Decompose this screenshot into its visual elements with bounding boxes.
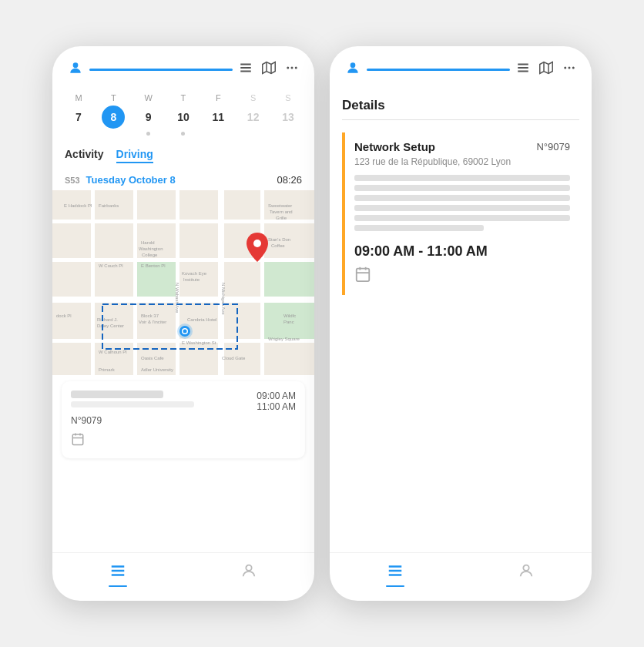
progress-bar [89, 69, 233, 71]
progress-bar-2 [367, 69, 510, 71]
svg-text:Block 37: Block 37 [141, 313, 159, 318]
person-icon[interactable] [68, 60, 83, 79]
day-tue[interactable]: T 8 [99, 93, 127, 136]
svg-text:N Wabash Ave: N Wabash Ave [175, 283, 179, 313]
card-subtitle-blurred [71, 401, 194, 407]
svg-text:Wildfc: Wildfc [283, 313, 296, 318]
card-title-section [71, 391, 194, 407]
svg-text:Sweetwater: Sweetwater [268, 203, 292, 208]
svg-point-103 [564, 67, 566, 69]
svg-rect-35 [52, 343, 91, 375]
svg-text:Stan's Don: Stan's Don [268, 237, 290, 242]
tab-activity[interactable]: Activity [65, 148, 104, 163]
svg-rect-46 [133, 190, 137, 375]
calendar: M 7 T 8 W 9 T 10 [52, 87, 314, 139]
svg-point-8 [291, 67, 293, 69]
more-icon[interactable] [285, 61, 299, 79]
svg-rect-14 [179, 190, 218, 220]
nav-list-2[interactable] [386, 562, 404, 587]
day-sun[interactable]: S 13 [274, 93, 302, 136]
detail-time-range: 09:00 AM - 11:00 AM [354, 243, 570, 260]
svg-text:Panc: Panc [283, 320, 294, 324]
map-view[interactable]: E Haddock Pl Fairbanks Sweetwater Tavern… [52, 190, 314, 375]
svg-point-113 [523, 565, 528, 571]
svg-text:Cambria Hotel: Cambria Hotel [187, 317, 216, 322]
detail-card-header: Network Setup N°9079 [354, 140, 570, 153]
svg-rect-18 [95, 223, 133, 258]
activity-time: 08:26 [277, 174, 302, 186]
day-fri[interactable]: F 11 [204, 93, 232, 136]
bottom-nav-1 [52, 552, 314, 601]
svg-text:W Couch Pl: W Couch Pl [99, 263, 123, 268]
svg-text:N Michigan Ave: N Michigan Ave [221, 283, 226, 315]
svg-text:Tavern and: Tavern and [270, 210, 293, 214]
svg-text:Wrigley Square: Wrigley Square [268, 337, 300, 341]
svg-text:Coffee: Coffee [271, 243, 285, 248]
svg-rect-40 [264, 343, 314, 375]
svg-text:E Benton Pl: E Benton Pl [141, 263, 166, 268]
top-bar-1 [52, 46, 314, 87]
map-icon-2[interactable] [539, 61, 553, 79]
blurred-content [354, 175, 570, 231]
nav-indicator-active-2 [386, 585, 404, 587]
day-wed[interactable]: W 9 [135, 93, 163, 136]
menu-icon-2[interactable] [516, 61, 530, 79]
svg-text:E Washington St: E Washington St [182, 340, 216, 345]
nav-list-1[interactable] [109, 562, 127, 587]
svg-text:W Calhoun Pl: W Calhoun Pl [99, 350, 127, 354]
svg-text:Washington: Washington [139, 246, 163, 251]
card-top: 09:00 AM 11:00 AM [71, 391, 296, 412]
svg-point-96 [351, 62, 356, 68]
svg-point-104 [569, 67, 571, 69]
svg-text:Primark: Primark [99, 367, 116, 372]
svg-point-83 [253, 240, 261, 247]
svg-marker-4 [263, 62, 276, 74]
nav-indicator-inactive-2 [517, 585, 535, 587]
svg-rect-38 [179, 343, 218, 375]
svg-text:Voir & l'inciter: Voir & l'inciter [139, 320, 166, 324]
svg-text:Cloud Gate: Cloud Gate [222, 356, 246, 360]
svg-rect-23 [52, 262, 91, 297]
calendar-icon[interactable] [71, 432, 296, 449]
activity-badge: S53 [65, 176, 80, 185]
svg-rect-29 [52, 300, 91, 339]
nav-person-2[interactable] [517, 562, 535, 587]
tabs: Activity Driving [52, 139, 314, 169]
detail-calendar-icon[interactable] [354, 266, 570, 287]
details-title: Details [342, 98, 579, 113]
svg-point-87 [183, 330, 187, 334]
calendar-days: M 7 T 8 W 9 T 10 [65, 93, 302, 136]
day-thu[interactable]: T 10 [169, 93, 197, 136]
nav-indicator-active [109, 585, 127, 587]
detail-address: 123 rue de la République, 69002 Lyon [354, 156, 570, 167]
person-nav-icon-2 [518, 562, 535, 583]
svg-rect-15 [222, 190, 260, 220]
detail-card-title: Network Setup [354, 140, 435, 153]
svg-rect-28 [264, 262, 314, 297]
svg-rect-20 [179, 223, 218, 258]
person-icon-2[interactable] [345, 60, 361, 79]
svg-point-0 [73, 62, 79, 68]
svg-rect-88 [72, 434, 83, 445]
menu-icon[interactable] [239, 61, 253, 79]
tab-driving[interactable]: Driving [116, 148, 153, 163]
svg-text:Grille: Grille [276, 216, 287, 220]
activity-title: Tuesday October 8 [86, 174, 176, 186]
day-sat[interactable]: S 12 [240, 93, 267, 136]
map-icon[interactable] [262, 61, 276, 79]
svg-rect-49 [260, 190, 264, 375]
card-number: N°9079 [71, 415, 296, 426]
nav-indicator-inactive [240, 585, 258, 587]
svg-text:E Haddock Pl: E Haddock Pl [64, 203, 92, 208]
svg-rect-17 [52, 223, 91, 258]
day-mon[interactable]: M 7 [65, 93, 92, 136]
svg-text:Adler University: Adler University [141, 367, 173, 372]
svg-point-9 [295, 67, 297, 69]
activity-header: S53 Tuesday October 8 08:26 [52, 169, 314, 190]
svg-text:College: College [142, 253, 158, 257]
activity-card[interactable]: 09:00 AM 11:00 AM N°9079 [62, 381, 305, 458]
nav-person-1[interactable] [240, 562, 258, 587]
details-section: Details Network Setup N°9079 123 rue de … [330, 87, 592, 310]
card-time-end: 11:00 AM [257, 401, 296, 412]
more-icon-2[interactable] [562, 61, 576, 79]
